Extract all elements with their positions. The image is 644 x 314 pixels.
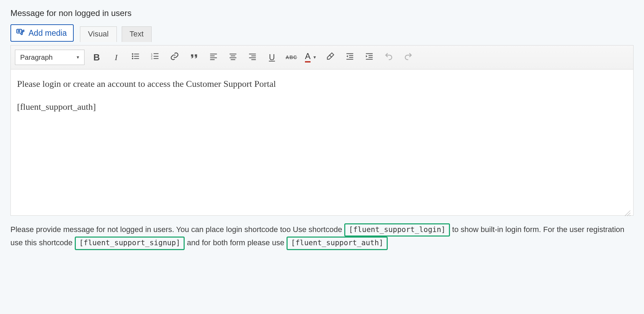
camera-music-icon bbox=[16, 27, 25, 39]
align-right-icon bbox=[248, 52, 257, 63]
align-center-icon bbox=[228, 52, 238, 63]
svg-rect-13 bbox=[154, 58, 159, 59]
svg-rect-28 bbox=[349, 57, 353, 58]
svg-rect-3 bbox=[134, 53, 139, 54]
outdent-button[interactable] bbox=[343, 50, 357, 65]
svg-rect-5 bbox=[134, 56, 139, 57]
underline-icon: U bbox=[269, 52, 275, 62]
editor-mode-tabs: Visual Text bbox=[80, 26, 152, 42]
svg-rect-14 bbox=[210, 53, 217, 54]
bold-button[interactable]: B bbox=[89, 50, 104, 65]
svg-rect-17 bbox=[210, 59, 215, 60]
indent-button[interactable] bbox=[362, 50, 377, 65]
align-left-icon bbox=[209, 52, 218, 63]
svg-rect-16 bbox=[210, 57, 217, 58]
align-center-button[interactable] bbox=[226, 50, 240, 65]
svg-rect-30 bbox=[366, 53, 373, 54]
format-select-label: Paragraph bbox=[20, 53, 53, 61]
underline-button[interactable]: U bbox=[265, 50, 279, 65]
undo-button[interactable] bbox=[381, 50, 396, 65]
svg-point-1 bbox=[18, 30, 20, 32]
redo-icon bbox=[404, 52, 413, 63]
resize-handle[interactable] bbox=[625, 208, 631, 214]
tab-text[interactable]: Text bbox=[122, 26, 152, 42]
outdent-icon bbox=[345, 52, 354, 63]
shortcode-signup: [fluent_support_signup] bbox=[75, 237, 185, 250]
bullet-list-button[interactable] bbox=[128, 50, 143, 65]
field-description: Please provide message for not logged in… bbox=[10, 223, 634, 250]
svg-point-4 bbox=[132, 56, 133, 57]
svg-text:3: 3 bbox=[151, 57, 152, 60]
add-media-button[interactable]: Add media bbox=[10, 24, 74, 42]
chevron-down-icon: ▼ bbox=[76, 55, 80, 60]
numbered-list-button[interactable]: 123 bbox=[148, 50, 162, 65]
svg-rect-19 bbox=[231, 56, 235, 56]
svg-point-2 bbox=[132, 53, 133, 55]
section-title: Message for non logged in users bbox=[10, 8, 634, 18]
add-media-label: Add media bbox=[29, 28, 67, 38]
svg-rect-29 bbox=[346, 59, 353, 60]
svg-rect-27 bbox=[349, 55, 353, 56]
svg-rect-18 bbox=[230, 53, 236, 54]
svg-rect-33 bbox=[366, 59, 373, 60]
italic-button[interactable]: I bbox=[109, 50, 123, 65]
blockquote-button[interactable] bbox=[187, 50, 201, 65]
bullet-list-icon bbox=[131, 52, 140, 63]
wysiwyg-editor: Paragraph ▼ B I 123 bbox=[10, 45, 634, 216]
editor-toolbar: Paragraph ▼ B I 123 bbox=[11, 46, 633, 69]
editor-line: [fluent_support_auth] bbox=[17, 101, 627, 113]
paragraph-format-select[interactable]: Paragraph ▼ bbox=[15, 50, 84, 65]
svg-rect-26 bbox=[346, 53, 353, 54]
text-color-icon: A bbox=[305, 52, 311, 63]
undo-icon bbox=[384, 52, 393, 63]
tab-visual[interactable]: Visual bbox=[80, 26, 117, 42]
bold-icon: B bbox=[94, 52, 100, 63]
shortcode-login: [fluent_support_login] bbox=[344, 223, 450, 237]
resize-grip-icon bbox=[625, 210, 631, 217]
svg-rect-23 bbox=[251, 56, 256, 56]
svg-rect-31 bbox=[369, 55, 373, 56]
editor-content-area[interactable]: Please login or create an account to acc… bbox=[11, 69, 633, 215]
help-text-part: Please provide message for not logged in… bbox=[10, 225, 342, 234]
link-icon bbox=[170, 52, 179, 63]
svg-rect-20 bbox=[230, 57, 236, 58]
svg-rect-24 bbox=[249, 57, 256, 58]
clear-formatting-button[interactable] bbox=[323, 50, 338, 65]
svg-rect-25 bbox=[251, 59, 256, 60]
svg-point-6 bbox=[132, 58, 133, 59]
help-text-part: and for both form please use bbox=[187, 238, 284, 247]
shortcode-auth: [fluent_support_auth] bbox=[287, 237, 388, 250]
svg-rect-21 bbox=[231, 59, 235, 60]
italic-icon: I bbox=[115, 53, 118, 62]
quote-icon bbox=[190, 52, 199, 63]
editor-section: Message for non logged in users Add medi… bbox=[10, 8, 634, 250]
chevron-down-icon: ▼ bbox=[313, 55, 317, 60]
link-button[interactable] bbox=[167, 50, 182, 65]
redo-button[interactable] bbox=[401, 50, 416, 65]
svg-rect-32 bbox=[369, 57, 373, 58]
editor-header-row: Add media Visual Text bbox=[10, 24, 634, 42]
svg-rect-0 bbox=[17, 29, 22, 33]
eraser-icon bbox=[326, 52, 335, 63]
numbered-list-icon: 123 bbox=[151, 52, 160, 63]
svg-rect-15 bbox=[210, 56, 215, 56]
text-color-button[interactable]: A ▼ bbox=[304, 52, 318, 63]
indent-icon bbox=[365, 52, 374, 63]
align-right-button[interactable] bbox=[245, 50, 260, 65]
svg-rect-11 bbox=[154, 56, 159, 57]
svg-rect-7 bbox=[134, 58, 139, 59]
editor-line: Please login or create an account to acc… bbox=[17, 78, 627, 90]
strikethrough-icon: ABC bbox=[285, 55, 297, 60]
svg-rect-22 bbox=[249, 53, 256, 54]
strikethrough-button[interactable]: ABC bbox=[284, 50, 299, 65]
svg-rect-9 bbox=[154, 53, 159, 54]
align-left-button[interactable] bbox=[206, 50, 221, 65]
